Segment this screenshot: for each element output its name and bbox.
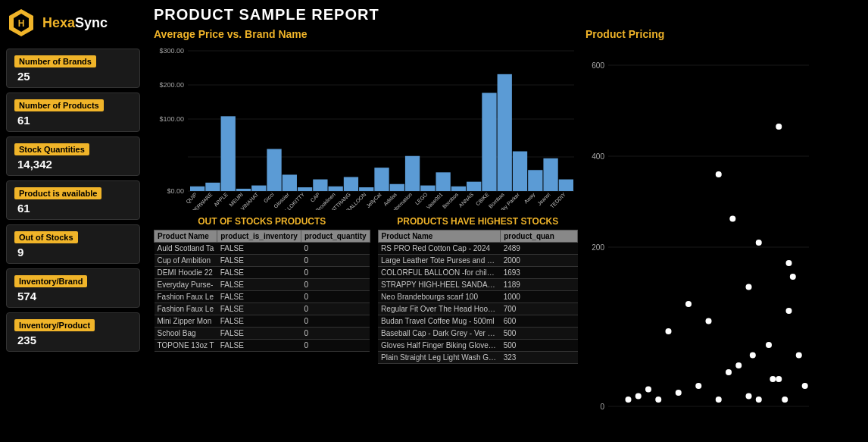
bar-label-Borobos: Borobos	[442, 191, 460, 209]
bar-APPLE	[221, 116, 236, 191]
svg-text:400: 400	[592, 152, 604, 161]
bar-Reformation	[405, 156, 420, 191]
bar-chart-container: $300.00 $200.00 $100.00 $0.00 QUIPTUPPER…	[154, 43, 578, 210]
table-row: School BagFALSE0	[155, 328, 370, 340]
bar-chart-title: Average Price vs. Brand Name	[154, 28, 578, 40]
svg-text:$300.00: $300.00	[159, 47, 184, 55]
scatter-point-19	[796, 353, 802, 359]
bar-chart-svg: $300.00 $200.00 $100.00 $0.00 QUIPTUPPER…	[154, 43, 578, 210]
bar-Glossier	[283, 174, 297, 191]
svg-text:200: 200	[592, 243, 604, 252]
bar-MEURI	[236, 189, 251, 191]
table-row: COLORFUL BALLOON -for children1693	[378, 267, 577, 279]
highest-stocks-table: Product Name product_quan RS PRO Red Cot…	[378, 230, 578, 364]
highest-stocks-table-block: PRODUCTS HAVE HIGHEST STOCKS Product Nam…	[378, 216, 578, 436]
svg-text:$0.00: $0.00	[167, 187, 184, 195]
scatter-point-10	[726, 369, 732, 375]
metric-stock-value: 14,342	[14, 158, 132, 171]
scatter-point-6	[746, 284, 752, 290]
bar-JellyCat	[374, 168, 389, 191]
scatter-point-23	[756, 397, 762, 403]
col-hs-quantity: product_quan	[501, 230, 578, 243]
scatter-point-12	[706, 318, 712, 324]
table-row: Fashion Faux LeFALSE0	[155, 303, 370, 315]
table-row: Auld Scotland TaFALSE0	[155, 243, 370, 255]
scatter-point-14	[695, 383, 701, 389]
bar-label-JellyCat: JellyCat	[365, 192, 382, 209]
col-quantity: product_quantity	[301, 230, 370, 243]
bar-LEGO	[420, 186, 435, 191]
bar-Adidas	[390, 184, 404, 191]
scatter-section: Product Pricing 600 400 200 0	[585, 28, 813, 436]
scatter-point-2	[756, 240, 762, 246]
bar-Bombas	[498, 74, 512, 191]
metric-products: Number of Products 61	[6, 92, 140, 132]
scatter-point-28	[770, 376, 776, 382]
sidebar: H HexaSync Number of Brands 25 Number of…	[0, 0, 146, 442]
scatter-chart-svg: 600 400 200 0	[585, 43, 813, 436]
metric-available: Product is available 61	[6, 180, 140, 220]
bar-Brooklinen	[329, 187, 343, 191]
logo-icon: H	[6, 8, 36, 38]
scatter-point-24	[782, 397, 788, 403]
table-row: Fashion Faux LeFALSE0	[155, 291, 370, 303]
bar-Gicci	[267, 149, 281, 192]
tables-section: OUT OF STOCKS PRODUCTS Product Name prod…	[154, 216, 578, 436]
svg-text:600: 600	[592, 61, 604, 70]
bar-chart-section: Average Price vs. Brand Name $300.00 $20…	[154, 28, 578, 436]
charts-row: Average Price vs. Brand Name $300.00 $20…	[154, 28, 860, 436]
bar-label-QUIP: QUIP	[185, 192, 198, 205]
table-row: Baseball Cap - Dark Grey - Ver 2023500	[378, 328, 577, 340]
scatter-point-8	[666, 328, 672, 334]
out-of-stocks-table: Product Name product_is_inventory produc…	[154, 230, 370, 352]
bar-ANNAS	[467, 182, 481, 191]
scatter-title: Product Pricing	[585, 28, 813, 40]
metric-stock: Stock Quantities 14,342	[6, 136, 140, 176]
bar-BALLOON	[359, 187, 373, 191]
table-row: Gloves Half Finger Biking Gloves An500	[378, 340, 577, 352]
scatter-point-0	[776, 124, 782, 130]
scatter-point-5	[685, 301, 692, 307]
bar-TEDDIY	[559, 180, 573, 191]
scatter-point-16	[676, 390, 682, 396]
metric-brands-value: 25	[14, 70, 132, 83]
scatter-point-17	[746, 393, 752, 400]
svg-text:$100.00: $100.00	[159, 115, 184, 123]
bar-label-Gicci: Gicci	[263, 191, 275, 203]
metric-products-label: Number of Products	[14, 99, 104, 111]
metric-brands: Number of Brands 25	[6, 49, 140, 88]
metric-brands-label: Number of Brands	[14, 55, 96, 67]
scatter-point-15	[645, 387, 651, 393]
metric-stock-label: Stock Quantities	[14, 143, 89, 155]
metric-inv-product: Inventory/Product 235	[6, 312, 140, 352]
scatter-point-27	[750, 353, 756, 359]
scatter-point-1	[729, 216, 735, 222]
scatter-point-3	[786, 260, 792, 266]
bar-label-TEDDIY: TEDDIY	[549, 192, 567, 209]
scatter-point-20	[635, 393, 642, 400]
svg-text:0: 0	[600, 403, 604, 411]
scatter-point-22	[716, 397, 722, 403]
col-product-name: Product Name	[155, 230, 217, 243]
bar-label-Away: Away	[523, 191, 537, 205]
scatter-point-4	[790, 274, 796, 280]
scatter-point-21	[655, 397, 661, 403]
bar-Warby Parker	[513, 152, 527, 191]
highest-stocks-title: PRODUCTS HAVE HIGHEST STOCKS	[378, 216, 578, 227]
bar-VINAHAT	[251, 186, 266, 191]
bar-QUIP	[190, 187, 205, 191]
svg-text:$200.00: $200.00	[159, 81, 184, 89]
report-title: PRODUCT SAMPLE REPORT	[154, 6, 860, 24]
table-row: Plain Straight Leg Light Wash Girls J323	[378, 352, 577, 364]
bar-label-LEGO: LEGO	[414, 191, 429, 205]
table-row: Neo Brandebourgs scarf 1001000	[378, 291, 577, 303]
metric-out-of-stocks: Out of Stocks 9	[6, 224, 140, 264]
scatter-point-13	[735, 362, 742, 368]
scatter-point-18	[786, 308, 792, 314]
table-row: STRAPPY HIGH-HEEL SANDALS V1189	[378, 279, 577, 291]
col-inventory: product_is_inventory	[217, 230, 301, 243]
bar-TUPPERWARE	[205, 183, 220, 191]
logo-area: H HexaSync	[6, 8, 140, 38]
scatter-point-9	[766, 342, 772, 348]
metric-inv-brand-label: Inventory/Brand	[14, 275, 87, 287]
